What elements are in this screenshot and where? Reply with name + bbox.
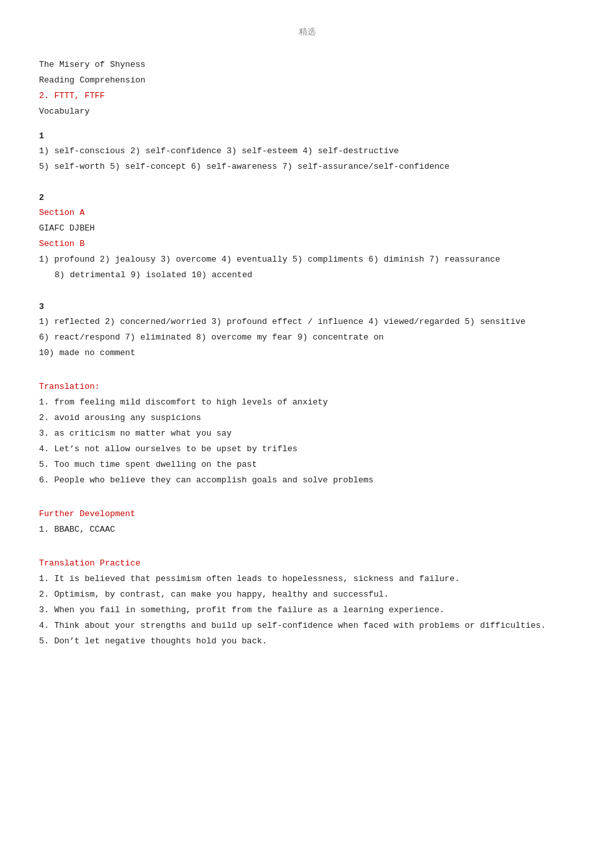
further-dev-label: Further Development — [39, 506, 575, 522]
vocabulary-label: Vocabulary — [39, 104, 575, 119]
translation-practice-label: Translation Practice — [39, 556, 575, 571]
document-title: The Misery of Shyness — [39, 57, 575, 73]
s3-row3: 10) made no comment — [39, 345, 575, 361]
translation-block: Translation: 1. from feeling mild discom… — [39, 379, 575, 488]
section1-block: 1 1) self-conscious 2) self-confidence 3… — [39, 131, 575, 175]
translation-5: 5. Too much time spent dwelling on the p… — [39, 457, 575, 473]
document-subtitle: Reading Comprehension — [39, 73, 575, 88]
translation-practice-block: Translation Practice 1. It is believed t… — [39, 556, 575, 649]
title-section: The Misery of Shyness Reading Comprehens… — [39, 57, 575, 119]
section2-num: 2 — [39, 193, 575, 203]
vocab-row2: 5) self-worth 5) self-concept 6) self-aw… — [39, 159, 575, 175]
sectionB-row1: 1) profound 2) jealousy 3) overcome 4) e… — [39, 252, 575, 267]
translation-3: 3. as criticism no matter what you say — [39, 426, 575, 441]
rc-answers: 2. FTTT, FTFF — [39, 88, 575, 104]
further-dev-block: Further Development 1. BBABC, CCAAC — [39, 506, 575, 538]
tp-5: 5. Don’t let negative thoughts hold you … — [39, 634, 575, 649]
sectionA-label: Section A — [39, 205, 575, 221]
top-label: 精选 — [39, 26, 575, 38]
tp-4: 4. Think about your strengths and build … — [39, 618, 575, 634]
tp-1: 1. It is believed that pessimism often l… — [39, 571, 575, 587]
translation-1: 1. from feeling mild discomfort to high … — [39, 395, 575, 410]
s3-row1: 1) reflected 2) concerned/worried 3) pro… — [39, 314, 575, 330]
translation-4: 4. Let’s not allow ourselves to be upset… — [39, 441, 575, 457]
section2-block: 2 Section A GIAFC DJBEH Section B 1) pro… — [39, 193, 575, 283]
further-dev-1: 1. BBABC, CCAAC — [39, 522, 575, 538]
translation-label: Translation: — [39, 379, 575, 395]
translation-6: 6. People who believe they can accomplis… — [39, 473, 575, 488]
section3-block: 3 1) reflected 2) concerned/worried 3) p… — [39, 302, 575, 361]
section1-num: 1 — [39, 131, 575, 141]
translation-2: 2. avoid arousing any suspicions — [39, 410, 575, 426]
vocab-row1: 1) self-conscious 2) self-confidence 3) … — [39, 143, 575, 159]
s3-row2: 6) react/respond 7) eliminated 8) overco… — [39, 330, 575, 345]
tp-3: 3. When you fail in something, profit fr… — [39, 602, 575, 618]
sectionB-row2: 8) detrimental 9) isolated 10) accented — [55, 267, 575, 283]
tp-2: 2. Optimism, by contrast, can make you h… — [39, 587, 575, 602]
page-container: 精选 The Misery of Shyness Reading Compreh… — [0, 0, 614, 700]
section3-num: 3 — [39, 302, 575, 312]
sectionA-ans: GIAFC DJBEH — [39, 221, 575, 236]
sectionB-label: Section B — [39, 236, 575, 252]
